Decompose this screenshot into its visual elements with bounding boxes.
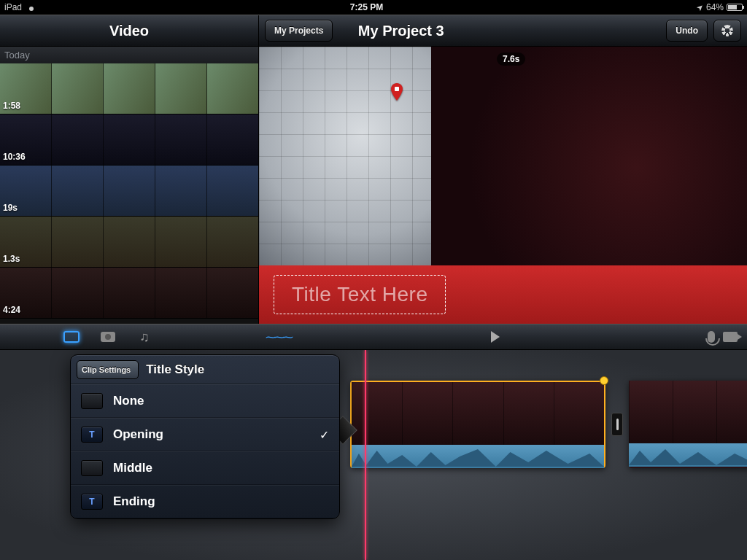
title-style-none[interactable]: None <box>71 384 339 418</box>
record-voiceover-button[interactable] <box>702 330 721 344</box>
title-style-popover: Clip Settings Title Style None T Opening… <box>70 354 340 519</box>
map-globe <box>259 47 431 265</box>
option-label: None <box>113 394 329 408</box>
media-clip-row[interactable]: 4:24 <box>0 268 258 319</box>
style-swatch-icon: T <box>81 494 103 510</box>
playhead-time-badge: 7.6s <box>497 52 525 66</box>
clip-duration: 1.3s <box>3 254 20 264</box>
option-label: Middle <box>113 461 329 475</box>
clip-duration: 4:24 <box>3 305 20 315</box>
wifi-icon <box>26 4 36 11</box>
play-icon <box>491 331 500 343</box>
clip-audio-waveform <box>352 445 604 468</box>
clip-trim-handle[interactable] <box>611 413 623 436</box>
option-label: Opening <box>113 427 309 442</box>
media-section-label: Today <box>0 47 258 63</box>
checkmark-icon: ✓ <box>320 428 329 442</box>
map-pin-icon <box>390 83 403 101</box>
record-video-button[interactable] <box>721 330 740 344</box>
camera-icon <box>101 332 115 342</box>
media-clip-row[interactable]: 10:36 <box>0 114 258 166</box>
toolbar: ♫ ⁓⁓⁓ <box>0 324 747 350</box>
main-area: Today 1:58 10:36 19s 1.3s 4:24 <box>0 47 747 324</box>
device-label: iPad <box>4 2 22 12</box>
media-browser: Today 1:58 10:36 19s 1.3s 4:24 <box>0 47 259 324</box>
preview-video <box>431 47 747 265</box>
microphone-icon <box>708 331 715 343</box>
waveform-toggle[interactable]: ⁓⁓⁓ <box>269 330 288 344</box>
music-icon: ♫ <box>139 330 150 345</box>
battery-icon <box>727 4 743 11</box>
media-clip-row[interactable]: 1.3s <box>0 217 258 268</box>
video-panel-title: Video <box>109 23 149 39</box>
timeline-clip-selected[interactable] <box>350 381 605 468</box>
style-swatch-icon: T <box>81 427 103 443</box>
clip-duration: 1:58 <box>3 101 20 111</box>
clip-duration: 10:36 <box>3 152 26 162</box>
title-style-ending[interactable]: T Ending <box>71 485 339 518</box>
style-swatch-icon <box>81 393 103 409</box>
title-band: Title Text Here <box>259 265 747 324</box>
timeline[interactable]: Clip Settings Title Style None T Opening… <box>0 350 747 560</box>
title-style-opening[interactable]: T Opening ✓ <box>71 418 339 451</box>
photos-tab[interactable] <box>98 330 117 344</box>
screen-icon <box>63 331 80 343</box>
status-bar: iPad 7:25 PM ➤ 64% <box>0 0 747 15</box>
video-camera-icon <box>723 332 738 342</box>
clip-duration: 19s <box>3 203 18 213</box>
my-projects-button[interactable]: My Projects <box>265 20 333 42</box>
location-icon: ➤ <box>694 1 706 13</box>
clip-audio-waveform <box>629 443 747 467</box>
svg-rect-0 <box>395 87 399 91</box>
selection-handle[interactable] <box>600 376 608 385</box>
preview-panel: 7.6s Title Text Here <box>259 47 747 324</box>
battery-percent: 64% <box>706 2 724 12</box>
undo-button[interactable]: Undo <box>666 20 708 42</box>
status-time: 7:25 PM <box>36 2 697 12</box>
title-text-input[interactable]: Title Text Here <box>274 275 446 314</box>
playhead[interactable] <box>365 350 366 560</box>
media-clip-row[interactable]: 1:58 <box>0 63 258 114</box>
play-button[interactable] <box>486 330 505 344</box>
timeline-clip[interactable] <box>629 381 747 468</box>
style-swatch-icon <box>81 460 103 476</box>
top-nav: Video My Projects My Project 3 Undo <box>0 15 747 47</box>
popover-title: Title Style <box>146 362 204 377</box>
settings-button[interactable] <box>713 20 741 42</box>
title-style-middle[interactable]: Middle <box>71 451 339 485</box>
video-tab[interactable] <box>62 330 81 344</box>
project-title: My Project 3 <box>358 23 444 39</box>
option-label: Ending <box>113 494 329 509</box>
media-clip-row[interactable]: 19s <box>0 166 258 217</box>
audio-tab[interactable]: ♫ <box>135 330 154 344</box>
clip-settings-back-button[interactable]: Clip Settings <box>77 360 139 379</box>
gear-icon <box>721 25 733 36</box>
